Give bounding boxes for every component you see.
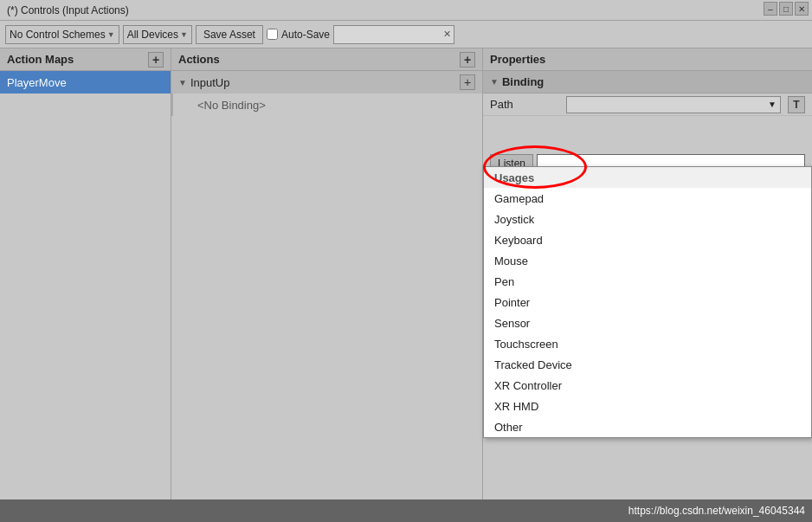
binding-section-label: ▼ Binding xyxy=(483,71,812,93)
title-bar-text: (*) Controls (Input Actions) xyxy=(7,4,129,16)
action-map-item-playermove[interactable]: PlayerMove xyxy=(0,71,171,93)
dropdown-item[interactable]: Mouse xyxy=(484,250,811,271)
watermark-text: https://blog.csdn.net/weixin_46045344 xyxy=(628,505,805,517)
dropdown-item[interactable]: Gamepad xyxy=(484,188,811,209)
properties-title: Properties xyxy=(490,53,545,66)
actions-panel: Actions + ▼ InputUp + <No Binding> xyxy=(171,48,483,499)
path-t-button[interactable]: T xyxy=(788,96,805,113)
auto-save-label: Auto-Save xyxy=(281,29,330,41)
properties-header: Properties xyxy=(483,48,812,71)
dropdown-item[interactable]: Pointer xyxy=(484,292,811,313)
action-maps-panel: Action Maps + PlayerMove xyxy=(0,48,171,499)
search-wrapper: ✕ xyxy=(333,25,454,44)
devices-select[interactable]: All Devices ▼ xyxy=(123,25,192,44)
control-schemes-arrow: ▼ xyxy=(107,30,115,39)
control-schemes-select[interactable]: No Control Schemes ▼ xyxy=(5,25,119,44)
action-item-inputup-label: InputUp xyxy=(190,76,230,89)
main-layout: Action Maps + PlayerMove Actions + ▼ Inp… xyxy=(0,48,812,499)
devices-arrow: ▼ xyxy=(180,30,188,39)
dropdown-item[interactable]: Keyboard xyxy=(484,229,811,250)
devices-label: All Devices xyxy=(127,29,178,41)
path-value[interactable]: ▼ xyxy=(566,96,781,113)
binding-expand-icon: ▼ xyxy=(490,77,499,87)
actions-title: Actions xyxy=(178,53,220,66)
toolbar: No Control Schemes ▼ All Devices ▼ Save … xyxy=(0,21,812,48)
add-action-map-button[interactable]: + xyxy=(148,52,164,68)
add-binding-button[interactable]: + xyxy=(460,74,475,90)
actions-header: Actions + xyxy=(171,48,482,71)
search-clear-button[interactable]: ✕ xyxy=(443,29,451,40)
action-maps-header: Action Maps + xyxy=(0,48,171,71)
action-maps-title: Action Maps xyxy=(7,53,74,66)
search-input[interactable] xyxy=(333,25,454,44)
path-row: Path ▼ T xyxy=(483,93,812,116)
dropdown-item[interactable]: XR HMD xyxy=(484,396,811,416)
title-bar: (*) Controls (Input Actions) – □ ✕ xyxy=(0,0,812,21)
properties-panel: Properties ▼ Binding Path ▼ T Listen Usa… xyxy=(483,48,812,499)
dropdown-item[interactable]: Touchscreen xyxy=(484,333,811,354)
dropdown-item[interactable]: Tracked Device xyxy=(484,354,811,375)
minimize-button[interactable]: – xyxy=(764,2,777,16)
dropdown-item[interactable]: Joystick xyxy=(484,209,811,229)
title-bar-controls: – □ ✕ xyxy=(764,2,809,16)
path-dropdown: UsagesGamepadJoystickKeyboardMousePenPoi… xyxy=(483,166,812,438)
add-action-button[interactable]: + xyxy=(460,52,475,68)
footer: https://blog.csdn.net/weixin_46045344 xyxy=(0,499,812,522)
dropdown-item[interactable]: Pen xyxy=(484,271,811,292)
maximize-button[interactable]: □ xyxy=(779,2,793,16)
dropdown-item[interactable]: Other xyxy=(484,416,811,437)
inputup-expand-icon: ▼ xyxy=(178,78,187,87)
save-asset-button[interactable]: Save Asset xyxy=(196,25,263,44)
close-button[interactable]: ✕ xyxy=(795,2,809,16)
binding-section-title: Binding xyxy=(502,75,544,88)
control-schemes-label: No Control Schemes xyxy=(10,29,106,41)
binding-item-no-binding[interactable]: <No Binding> xyxy=(171,93,482,116)
path-dropdown-arrow: ▼ xyxy=(768,100,777,109)
auto-save-checkbox[interactable] xyxy=(267,29,278,40)
auto-save-area: Auto-Save xyxy=(267,29,330,41)
binding-item-label: <No Binding> xyxy=(197,99,266,112)
dropdown-item[interactable]: Usages xyxy=(484,167,811,188)
dropdown-item[interactable]: XR Controller xyxy=(484,375,811,396)
path-label: Path xyxy=(490,98,559,111)
action-item-inputup[interactable]: ▼ InputUp + xyxy=(171,71,482,93)
dropdown-item[interactable]: Sensor xyxy=(484,313,811,333)
